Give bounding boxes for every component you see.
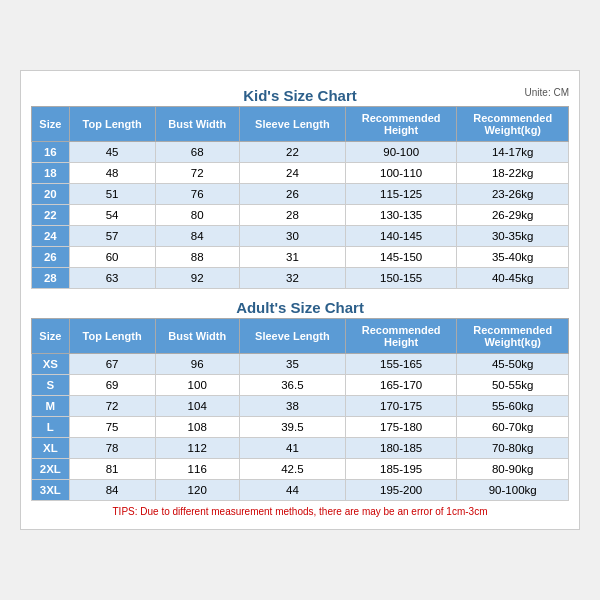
kids-section-title: Kid's Size Chart Unite: CM (31, 81, 569, 106)
kids-table-body: 1645682290-10014-17kg18487224100-11018-2… (32, 142, 569, 289)
data-cell: 70-80kg (457, 438, 569, 459)
kids-col-size: Size (32, 107, 70, 142)
adults-col-size: Size (32, 319, 70, 354)
kids-col-sleeve-length: Sleeve Length (239, 107, 345, 142)
adults-col-rec-height: RecommendedHeight (345, 319, 457, 354)
adults-table-body: XS679635155-16545-50kgS6910036.5165-1705… (32, 354, 569, 501)
data-cell: 63 (69, 268, 155, 289)
adults-size-table: Size Top Length Bust Width Sleeve Length… (31, 318, 569, 501)
data-cell: 72 (69, 396, 155, 417)
data-cell: 116 (155, 459, 239, 480)
data-cell: 75 (69, 417, 155, 438)
table-row: XS679635155-16545-50kg (32, 354, 569, 375)
size-cell: 28 (32, 268, 70, 289)
data-cell: 90-100kg (457, 480, 569, 501)
kids-unit-label: Unite: CM (525, 87, 569, 98)
data-cell: 115-125 (345, 184, 457, 205)
data-cell: 48 (69, 163, 155, 184)
data-cell: 92 (155, 268, 239, 289)
kids-col-rec-height: RecommendedHeight (345, 107, 457, 142)
data-cell: 30-35kg (457, 226, 569, 247)
size-cell: XL (32, 438, 70, 459)
size-cell: M (32, 396, 70, 417)
data-cell: 195-200 (345, 480, 457, 501)
data-cell: 57 (69, 226, 155, 247)
data-cell: 180-185 (345, 438, 457, 459)
size-cell: 2XL (32, 459, 70, 480)
data-cell: 120 (155, 480, 239, 501)
kids-col-top-length: Top Length (69, 107, 155, 142)
data-cell: 24 (239, 163, 345, 184)
data-cell: 100-110 (345, 163, 457, 184)
table-row: 28639232150-15540-45kg (32, 268, 569, 289)
adults-col-rec-weight: RecommendedWeight(kg) (457, 319, 569, 354)
size-cell: 26 (32, 247, 70, 268)
data-cell: 18-22kg (457, 163, 569, 184)
data-cell: 54 (69, 205, 155, 226)
size-cell: 3XL (32, 480, 70, 501)
table-row: S6910036.5165-17050-55kg (32, 375, 569, 396)
table-row: XL7811241180-18570-80kg (32, 438, 569, 459)
data-cell: 40-45kg (457, 268, 569, 289)
data-cell: 67 (69, 354, 155, 375)
size-cell: S (32, 375, 70, 396)
kids-title-text: Kid's Size Chart (243, 87, 357, 104)
data-cell: 51 (69, 184, 155, 205)
data-cell: 145-150 (345, 247, 457, 268)
data-cell: 150-155 (345, 268, 457, 289)
data-cell: 42.5 (239, 459, 345, 480)
data-cell: 60 (69, 247, 155, 268)
data-cell: 78 (69, 438, 155, 459)
data-cell: 38 (239, 396, 345, 417)
data-cell: 112 (155, 438, 239, 459)
data-cell: 23-26kg (457, 184, 569, 205)
size-cell: 18 (32, 163, 70, 184)
data-cell: 36.5 (239, 375, 345, 396)
adults-col-sleeve-length: Sleeve Length (239, 319, 345, 354)
size-cell: 24 (32, 226, 70, 247)
data-cell: 130-135 (345, 205, 457, 226)
data-cell: 28 (239, 205, 345, 226)
size-cell: XS (32, 354, 70, 375)
table-row: 26608831145-15035-40kg (32, 247, 569, 268)
data-cell: 88 (155, 247, 239, 268)
table-row: 24578430140-14530-35kg (32, 226, 569, 247)
table-row: 22548028130-13526-29kg (32, 205, 569, 226)
data-cell: 35-40kg (457, 247, 569, 268)
data-cell: 45 (69, 142, 155, 163)
data-cell: 55-60kg (457, 396, 569, 417)
data-cell: 84 (69, 480, 155, 501)
data-cell: 39.5 (239, 417, 345, 438)
size-cell: L (32, 417, 70, 438)
data-cell: 68 (155, 142, 239, 163)
data-cell: 90-100 (345, 142, 457, 163)
adults-col-top-length: Top Length (69, 319, 155, 354)
data-cell: 30 (239, 226, 345, 247)
size-cell: 20 (32, 184, 70, 205)
data-cell: 45-50kg (457, 354, 569, 375)
size-cell: 22 (32, 205, 70, 226)
data-cell: 80 (155, 205, 239, 226)
data-cell: 81 (69, 459, 155, 480)
data-cell: 108 (155, 417, 239, 438)
data-cell: 96 (155, 354, 239, 375)
data-cell: 35 (239, 354, 345, 375)
kids-header-row: Size Top Length Bust Width Sleeve Length… (32, 107, 569, 142)
data-cell: 100 (155, 375, 239, 396)
table-row: 18487224100-11018-22kg (32, 163, 569, 184)
kids-col-rec-weight: RecommendedWeight(kg) (457, 107, 569, 142)
data-cell: 32 (239, 268, 345, 289)
kids-size-table: Size Top Length Bust Width Sleeve Length… (31, 106, 569, 289)
size-cell: 16 (32, 142, 70, 163)
data-cell: 60-70kg (457, 417, 569, 438)
data-cell: 44 (239, 480, 345, 501)
adults-col-bust-width: Bust Width (155, 319, 239, 354)
data-cell: 104 (155, 396, 239, 417)
table-row: 2XL8111642.5185-19580-90kg (32, 459, 569, 480)
table-row: 3XL8412044195-20090-100kg (32, 480, 569, 501)
data-cell: 175-180 (345, 417, 457, 438)
tips-text: TIPS: Due to different measurement metho… (31, 501, 569, 519)
data-cell: 165-170 (345, 375, 457, 396)
data-cell: 22 (239, 142, 345, 163)
kids-col-bust-width: Bust Width (155, 107, 239, 142)
